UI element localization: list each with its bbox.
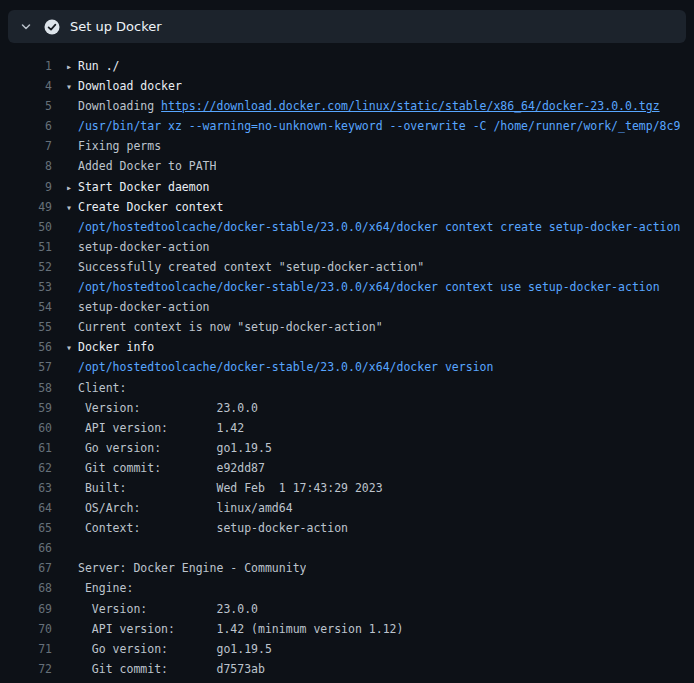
log-text: setup-docker-action <box>66 297 210 317</box>
log-text: Successfully created context "setup-dock… <box>66 257 424 277</box>
line-number[interactable]: 50 <box>0 217 52 237</box>
log-row: 59 Version: 23.0.0 <box>0 398 694 418</box>
line-number[interactable]: 63 <box>0 478 52 498</box>
log-group-title: Docker info <box>78 340 154 354</box>
log-group: ▾Create Docker context <box>66 197 223 217</box>
line-number[interactable]: 66 <box>0 538 52 558</box>
log-row: 63 Built: Wed Feb 1 17:43:29 2023 <box>0 478 694 498</box>
log-row: 51setup-docker-action <box>0 237 694 257</box>
step-header[interactable]: Set up Docker <box>8 10 686 43</box>
log-text <box>66 538 78 558</box>
line-number[interactable]: 69 <box>0 599 52 619</box>
log-row: 61 Go version: go1.19.5 <box>0 438 694 458</box>
line-number[interactable]: 51 <box>0 237 52 257</box>
chevron-down-icon: ▾ <box>66 198 78 217</box>
line-number[interactable]: 59 <box>0 398 52 418</box>
chevron-down-icon <box>20 21 32 33</box>
line-number[interactable]: 6 <box>0 116 52 136</box>
log-row: 65 Context: setup-docker-action <box>0 518 694 538</box>
log-text: Downloading <box>78 99 161 113</box>
log-text: Built: Wed Feb 1 17:43:29 2023 <box>66 478 383 498</box>
log-row: 53/opt/hostedtoolcache/docker-stable/23.… <box>0 277 694 297</box>
log-text: Current context is now "setup-docker-act… <box>66 317 383 337</box>
chevron-down-icon: ▾ <box>66 77 78 96</box>
line-number[interactable]: 68 <box>0 578 52 598</box>
log-command-text: /usr/bin/tar xz --warning=no-unknown-key… <box>66 116 680 136</box>
log-url-link[interactable]: https://download.docker.com/linux/static… <box>161 99 660 113</box>
log-text: API version: 1.42 (minimum version 1.12) <box>66 619 403 639</box>
log-text: Version: 23.0.0 <box>66 599 258 619</box>
log-row: 5Downloading https://download.docker.com… <box>0 96 694 116</box>
log-command-text: /opt/hostedtoolcache/docker-stable/23.0.… <box>66 217 680 237</box>
log-text: API version: 1.42 <box>66 418 244 438</box>
line-number[interactable]: 52 <box>0 257 52 277</box>
line-number[interactable]: 67 <box>0 558 52 578</box>
log-row: 58Client: <box>0 378 694 398</box>
line-number[interactable]: 8 <box>0 156 52 176</box>
log-text: Go version: go1.19.5 <box>66 639 272 659</box>
log-row: 72 Git commit: d7573ab <box>0 659 694 679</box>
log-text: Git commit: d7573ab <box>66 659 265 679</box>
line-number[interactable]: 53 <box>0 277 52 297</box>
line-number[interactable]: 65 <box>0 518 52 538</box>
check-circle-icon <box>44 19 60 35</box>
log-group-title: Start Docker daemon <box>78 180 210 194</box>
line-number[interactable]: 71 <box>0 639 52 659</box>
line-number[interactable]: 70 <box>0 619 52 639</box>
line-number[interactable]: 56 <box>0 337 52 357</box>
log-row: 6/usr/bin/tar xz --warning=no-unknown-ke… <box>0 116 694 136</box>
line-number[interactable]: 54 <box>0 297 52 317</box>
line-number[interactable]: 7 <box>0 136 52 156</box>
log-text: Downloading https://download.docker.com/… <box>66 96 660 116</box>
log-row[interactable]: 49▾Create Docker context <box>0 197 694 217</box>
line-number[interactable]: 4 <box>0 76 52 96</box>
log-group-title: Run ./ <box>78 59 120 73</box>
line-number[interactable]: 60 <box>0 418 52 438</box>
log-text: Client: <box>66 378 126 398</box>
log-text: Context: setup-docker-action <box>66 518 348 538</box>
log-group-title: Create Docker context <box>78 200 223 214</box>
log-group: ▸Start Docker daemon <box>66 177 210 197</box>
log-group: ▸Run ./ <box>66 56 120 76</box>
line-number[interactable]: 5 <box>0 96 52 116</box>
line-number[interactable]: 57 <box>0 357 52 377</box>
log-text: Go version: go1.19.5 <box>66 438 272 458</box>
log-group: ▾Download docker <box>66 76 182 96</box>
line-number[interactable]: 64 <box>0 498 52 518</box>
line-number[interactable]: 9 <box>0 177 52 197</box>
log-row: 66 <box>0 538 694 558</box>
log-command-text: /opt/hostedtoolcache/docker-stable/23.0.… <box>66 277 660 297</box>
line-number[interactable]: 61 <box>0 438 52 458</box>
line-number[interactable]: 55 <box>0 317 52 337</box>
log-row: 62 Git commit: e92dd87 <box>0 458 694 478</box>
log-text: Git commit: e92dd87 <box>66 458 265 478</box>
log-row: 71 Go version: go1.19.5 <box>0 639 694 659</box>
log-group-title: Download docker <box>78 79 182 93</box>
log-row[interactable]: 4▾Download docker <box>0 76 694 96</box>
log-row: 54setup-docker-action <box>0 297 694 317</box>
log-row[interactable]: 56▾Docker info <box>0 337 694 357</box>
log-row: 50/opt/hostedtoolcache/docker-stable/23.… <box>0 217 694 237</box>
log-group: ▾Docker info <box>66 337 154 357</box>
log-text: Version: 23.0.0 <box>66 398 258 418</box>
log-text: OS/Arch: linux/amd64 <box>66 498 293 518</box>
log-row: 70 API version: 1.42 (minimum version 1.… <box>0 619 694 639</box>
log-command-text: /opt/hostedtoolcache/docker-stable/23.0.… <box>66 357 493 377</box>
line-number[interactable]: 49 <box>0 197 52 217</box>
chevron-right-icon: ▸ <box>66 178 78 197</box>
log-text: setup-docker-action <box>66 237 210 257</box>
log-row[interactable]: 1▸Run ./ <box>0 56 694 76</box>
chevron-down-icon: ▾ <box>66 338 78 357</box>
log-row: 55Current context is now "setup-docker-a… <box>0 317 694 337</box>
log-text: Server: Docker Engine - Community <box>66 558 306 578</box>
log-row: 69 Version: 23.0.0 <box>0 599 694 619</box>
line-number[interactable]: 72 <box>0 659 52 679</box>
log-row[interactable]: 9▸Start Docker daemon <box>0 177 694 197</box>
line-number[interactable]: 62 <box>0 458 52 478</box>
log-row: 64 OS/Arch: linux/amd64 <box>0 498 694 518</box>
log-row: 52Successfully created context "setup-do… <box>0 257 694 277</box>
line-number[interactable]: 1 <box>0 56 52 76</box>
log-row: 7Fixing perms <box>0 136 694 156</box>
line-number[interactable]: 58 <box>0 378 52 398</box>
log-console: 1▸Run ./4▾Download docker5Downloading ht… <box>0 43 694 679</box>
